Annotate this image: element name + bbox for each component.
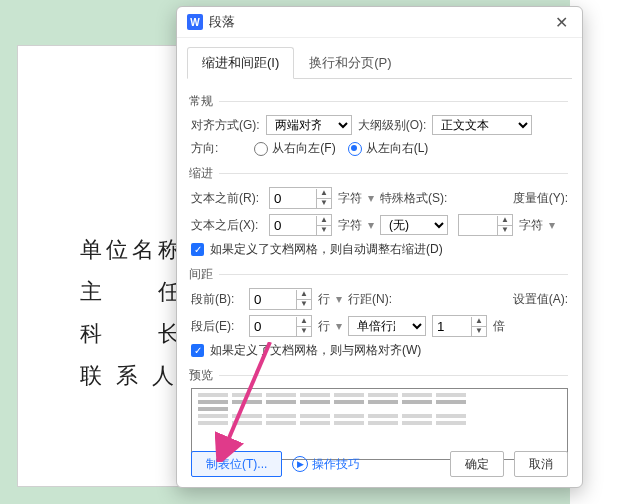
doc-row: 联 系 人	[80, 358, 184, 394]
outline-label: 大纲级别(O):	[358, 117, 427, 134]
group-spacing: 间距	[189, 266, 568, 283]
rtl-label: 从右向左(F)	[272, 140, 335, 157]
indent-before-label: 文本之前(R):	[191, 190, 263, 207]
spin-up-icon[interactable]: ▲	[472, 317, 486, 327]
ltr-label: 从左向右(L)	[366, 140, 429, 157]
space-after-spin[interactable]: ▲▼	[249, 315, 312, 337]
tab-indent-spacing[interactable]: 缩进和间距(I)	[187, 47, 294, 79]
group-general: 常规	[189, 93, 568, 110]
spin-up-icon[interactable]: ▲	[317, 189, 331, 199]
measure-spin[interactable]: ▲▼	[458, 214, 513, 236]
unit-bei: 倍	[493, 318, 505, 335]
unit-line: 行	[318, 291, 330, 308]
tabstops-button[interactable]: 制表位(T)...	[191, 451, 282, 477]
special-label: 特殊格式(S):	[380, 190, 447, 207]
dialog-footer: 制表位(T)... ▶操作技巧 确定 取消	[177, 441, 582, 487]
close-button[interactable]: ✕	[551, 13, 572, 32]
indent-after-input[interactable]	[270, 216, 316, 234]
tips-label: 操作技巧	[312, 456, 360, 473]
space-before-label: 段前(B):	[191, 291, 243, 308]
document-text: 单位名称 主 任 科 长 联 系 人	[80, 232, 184, 400]
outline-select[interactable]: 正文文本	[432, 115, 532, 135]
indent-before-input[interactable]	[270, 189, 316, 207]
space-after-label: 段后(E):	[191, 318, 243, 335]
spin-up-icon[interactable]: ▲	[297, 290, 311, 300]
unit-char: 字符	[338, 217, 362, 234]
linespacing-select[interactable]: 单倍行距	[348, 316, 426, 336]
doc-row: 主 任	[80, 274, 184, 310]
unit-line: 行	[318, 318, 330, 335]
tabs: 缩进和间距(I) 换行和分页(P)	[187, 46, 572, 79]
paragraph-dialog: W 段落 ✕ 缩进和间距(I) 换行和分页(P) 常规 对齐方式(G): 两端对…	[176, 6, 583, 488]
setvalue-input[interactable]	[433, 317, 471, 335]
tab-pagination[interactable]: 换行和分页(P)	[294, 47, 406, 79]
ok-button[interactable]: 确定	[450, 451, 504, 477]
align-select[interactable]: 两端对齐	[266, 115, 352, 135]
linespacing-label: 行距(N):	[348, 291, 392, 308]
cancel-button[interactable]: 取消	[514, 451, 568, 477]
unit-char: 字符	[338, 190, 362, 207]
titlebar: W 段落 ✕	[177, 7, 582, 38]
tips-link[interactable]: ▶操作技巧	[292, 456, 360, 473]
snap-grid-checkbox[interactable]: ✓如果定义了文档网格，则与网格对齐(W)	[191, 342, 421, 359]
align-label: 对齐方式(G):	[191, 117, 260, 134]
spin-up-icon[interactable]: ▲	[297, 317, 311, 327]
special-select[interactable]: (无)	[380, 215, 448, 235]
measure-label: 度量值(Y):	[513, 190, 568, 207]
doc-row: 单位名称	[80, 232, 184, 268]
space-before-input[interactable]	[250, 290, 296, 308]
indent-after-label: 文本之后(X):	[191, 217, 263, 234]
indent-before-spin[interactable]: ▲▼	[269, 187, 332, 209]
spin-down-icon[interactable]: ▼	[317, 199, 331, 208]
group-preview: 预览	[189, 367, 568, 384]
spin-down-icon[interactable]: ▼	[297, 327, 311, 336]
setvalue-spin[interactable]: ▲▼	[432, 315, 487, 337]
group-indent: 缩进	[189, 165, 568, 182]
setvalue-label: 设置值(A):	[513, 291, 568, 308]
direction-ltr-radio[interactable]: 从左向右(L)	[348, 140, 429, 157]
snap-grid-label: 如果定义了文档网格，则与网格对齐(W)	[210, 342, 421, 359]
app-badge-icon: W	[187, 14, 203, 30]
indent-after-spin[interactable]: ▲▼	[269, 214, 332, 236]
direction-label: 方向:	[191, 140, 218, 157]
spin-up-icon[interactable]: ▲	[317, 216, 331, 226]
spin-down-icon[interactable]: ▼	[498, 226, 512, 235]
doc-row: 科 长	[80, 316, 184, 352]
auto-indent-label: 如果定义了文档网格，则自动调整右缩进(D)	[210, 241, 443, 258]
spin-down-icon[interactable]: ▼	[472, 327, 486, 336]
dialog-title: 段落	[209, 13, 235, 31]
space-after-input[interactable]	[250, 317, 296, 335]
spin-down-icon[interactable]: ▼	[297, 300, 311, 309]
auto-indent-checkbox[interactable]: ✓如果定义了文档网格，则自动调整右缩进(D)	[191, 241, 443, 258]
measure-input[interactable]	[459, 216, 497, 234]
tips-icon: ▶	[292, 456, 308, 472]
direction-rtl-radio[interactable]: 从右向左(F)	[254, 140, 335, 157]
unit-char: 字符	[519, 217, 543, 234]
spin-down-icon[interactable]: ▼	[317, 226, 331, 235]
space-before-spin[interactable]: ▲▼	[249, 288, 312, 310]
spin-up-icon[interactable]: ▲	[498, 216, 512, 226]
